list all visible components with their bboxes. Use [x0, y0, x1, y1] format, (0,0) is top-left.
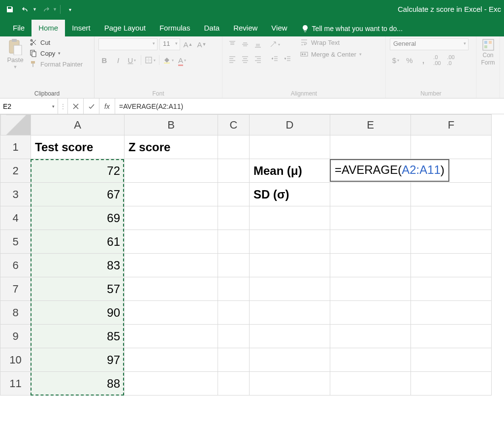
- cell-B4[interactable]: [125, 206, 218, 230]
- cell-editor[interactable]: =AVERAGE(A2:A11): [330, 159, 449, 182]
- italic-button[interactable]: I: [112, 54, 124, 66]
- cell-B9[interactable]: [125, 325, 218, 348]
- cell-B2[interactable]: [125, 159, 218, 183]
- number-format-combo[interactable]: General: [390, 38, 469, 50]
- align-center-button[interactable]: [239, 53, 251, 65]
- row-header-6[interactable]: 6: [0, 254, 31, 277]
- cell-C10[interactable]: [218, 348, 250, 372]
- save-button[interactable]: [3, 2, 17, 16]
- cell-E4[interactable]: [330, 206, 411, 230]
- cell-A1[interactable]: Test score: [31, 135, 125, 159]
- cell-D7[interactable]: [250, 277, 330, 301]
- borders-button[interactable]: [144, 54, 156, 66]
- select-all-corner[interactable]: [0, 115, 31, 135]
- col-header-E[interactable]: E: [330, 115, 411, 135]
- cell-D5[interactable]: [250, 230, 330, 254]
- align-bottom-button[interactable]: [252, 38, 264, 50]
- cell-C3[interactable]: [218, 183, 250, 206]
- increase-decimal-button[interactable]: .0.00: [431, 54, 443, 66]
- cell-C2[interactable]: [218, 159, 250, 183]
- spreadsheet-grid[interactable]: A B C D E F 1 Test score Z score 2 72 Me…: [0, 114, 504, 396]
- cell-A2[interactable]: 72: [31, 159, 125, 183]
- increase-indent-button[interactable]: [282, 53, 293, 65]
- cell-C7[interactable]: [218, 277, 250, 301]
- cell-F9[interactable]: [411, 325, 492, 348]
- cell-D3[interactable]: SD (σ): [250, 183, 330, 206]
- row-header-11[interactable]: 11: [0, 372, 31, 396]
- font-name-combo[interactable]: [98, 38, 158, 50]
- col-header-A[interactable]: A: [31, 115, 125, 135]
- cell-B10[interactable]: [125, 348, 218, 372]
- redo-button[interactable]: [39, 2, 53, 16]
- font-size-combo[interactable]: 11: [159, 38, 180, 50]
- undo-button[interactable]: [19, 2, 32, 16]
- tab-page-layout[interactable]: Page Layout: [97, 20, 153, 36]
- cell-A3[interactable]: 67: [31, 183, 125, 206]
- col-header-D[interactable]: D: [250, 115, 330, 135]
- cell-B8[interactable]: [125, 301, 218, 325]
- formula-input[interactable]: =AVERAGE(A2:A11): [115, 99, 504, 114]
- row-header-1[interactable]: 1: [0, 135, 31, 159]
- cell-A7[interactable]: 57: [31, 277, 125, 301]
- tab-review[interactable]: Review: [226, 20, 264, 36]
- enter-formula-button[interactable]: [84, 99, 99, 114]
- cell-A6[interactable]: 83: [31, 254, 125, 277]
- conditional-formatting-button[interactable]: Con Form: [480, 38, 496, 96]
- cell-B5[interactable]: [125, 230, 218, 254]
- tab-data[interactable]: Data: [197, 20, 226, 36]
- paste-button[interactable]: Paste ▼: [4, 38, 27, 89]
- cell-B11[interactable]: [125, 372, 218, 396]
- cell-C8[interactable]: [218, 301, 250, 325]
- cell-F8[interactable]: [411, 301, 492, 325]
- cell-F11[interactable]: [411, 372, 492, 396]
- underline-button[interactable]: U: [126, 54, 138, 66]
- cell-A10[interactable]: 97: [31, 348, 125, 372]
- cell-F6[interactable]: [411, 254, 492, 277]
- fx-label[interactable]: fx: [99, 99, 115, 114]
- row-header-9[interactable]: 9: [0, 325, 31, 348]
- cancel-formula-button[interactable]: [68, 99, 84, 114]
- cell-D10[interactable]: [250, 348, 330, 372]
- row-header-7[interactable]: 7: [0, 277, 31, 301]
- cell-D11[interactable]: [250, 372, 330, 396]
- cell-D9[interactable]: [250, 325, 330, 348]
- customize-qat-button[interactable]: ▾: [63, 2, 77, 16]
- merge-center-button[interactable]: Merge & Center ▾: [300, 50, 362, 58]
- col-header-F[interactable]: F: [411, 115, 492, 135]
- cell-D1[interactable]: [250, 135, 330, 159]
- cell-C5[interactable]: [218, 230, 250, 254]
- bold-button[interactable]: B: [98, 54, 110, 66]
- row-header-10[interactable]: 10: [0, 348, 31, 372]
- cell-E3[interactable]: [330, 183, 411, 206]
- cell-E5[interactable]: [330, 230, 411, 254]
- row-header-3[interactable]: 3: [0, 183, 31, 206]
- align-left-button[interactable]: [226, 53, 238, 65]
- fill-color-button[interactable]: [162, 54, 174, 66]
- col-header-B[interactable]: B: [125, 115, 218, 135]
- row-header-4[interactable]: 4: [0, 206, 31, 230]
- cut-button[interactable]: Cut: [30, 38, 83, 46]
- align-right-button[interactable]: [252, 53, 264, 65]
- wrap-text-button[interactable]: Wrap Text: [300, 38, 362, 46]
- align-middle-button[interactable]: [239, 38, 251, 50]
- cell-F10[interactable]: [411, 348, 492, 372]
- cell-E8[interactable]: [330, 301, 411, 325]
- cell-A5[interactable]: 61: [31, 230, 125, 254]
- align-top-button[interactable]: [226, 38, 238, 50]
- format-painter-button[interactable]: Format Painter: [30, 60, 83, 68]
- cell-A4[interactable]: 69: [31, 206, 125, 230]
- cell-A9[interactable]: 85: [31, 325, 125, 348]
- redo-dropdown[interactable]: ▼: [53, 7, 57, 12]
- cell-B3[interactable]: [125, 183, 218, 206]
- increase-font-button[interactable]: A▲: [182, 38, 194, 50]
- tab-insert[interactable]: Insert: [65, 20, 97, 36]
- cell-A11[interactable]: 88: [31, 372, 125, 396]
- percent-format-button[interactable]: %: [404, 54, 415, 66]
- cell-F7[interactable]: [411, 277, 492, 301]
- tab-formulas[interactable]: Formulas: [153, 20, 197, 36]
- cell-E6[interactable]: [330, 254, 411, 277]
- cell-D4[interactable]: [250, 206, 330, 230]
- font-color-button[interactable]: A: [176, 54, 188, 66]
- decrease-font-button[interactable]: A▼: [196, 38, 208, 50]
- decrease-indent-button[interactable]: [269, 53, 281, 65]
